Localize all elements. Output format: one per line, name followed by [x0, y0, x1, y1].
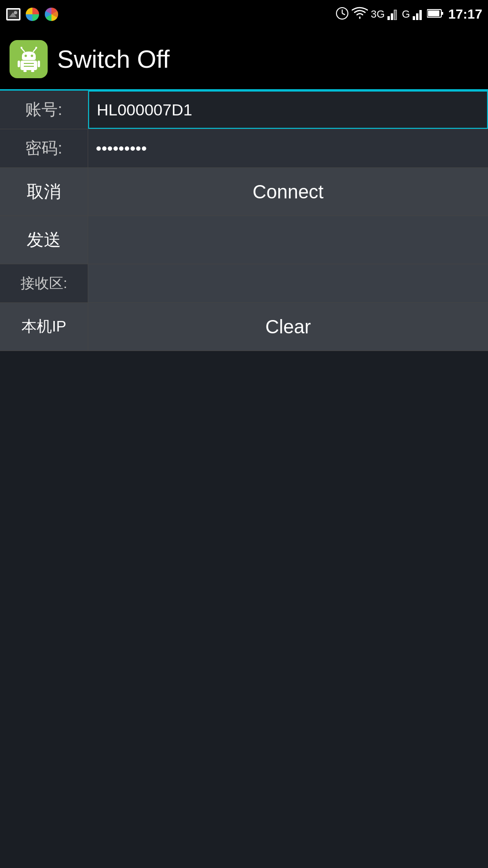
- app-header: Switch Off: [0, 29, 488, 91]
- picture-icon: [6, 7, 21, 22]
- svg-rect-3: [387, 16, 390, 20]
- app-title: Switch Off: [57, 45, 170, 73]
- send-button[interactable]: 发送: [0, 216, 88, 264]
- wifi-icon: [352, 7, 368, 22]
- flower-icon: [44, 7, 59, 22]
- clock-icon: [336, 7, 349, 22]
- status-bar-left-icons: [6, 7, 59, 22]
- g-label: G: [402, 8, 410, 21]
- password-row: 密码:: [0, 129, 488, 168]
- svg-point-18: [30, 55, 33, 57]
- cancel-button[interactable]: 取消: [0, 168, 88, 216]
- battery-icon: [427, 8, 443, 21]
- svg-rect-12: [428, 10, 439, 16]
- svg-rect-9: [419, 10, 422, 20]
- receive-label: 接收区:: [0, 264, 88, 302]
- password-label: 密码:: [0, 129, 88, 167]
- account-row: 账号:: [0, 91, 488, 129]
- svg-line-13: [21, 48, 24, 52]
- time-display: 17:17: [448, 7, 482, 22]
- 3g-label: 3G: [371, 8, 385, 21]
- svg-rect-19: [20, 61, 37, 70]
- send-row: 发送: [0, 216, 488, 264]
- svg-line-2: [342, 13, 345, 15]
- svg-point-16: [35, 47, 37, 49]
- status-bar-right-icons: 3G G 17:17: [336, 7, 482, 22]
- app-icon: [10, 40, 48, 78]
- password-input[interactable]: [88, 129, 488, 167]
- svg-rect-20: [18, 61, 20, 67]
- svg-rect-5: [394, 10, 396, 20]
- svg-rect-21: [38, 61, 40, 67]
- clear-button[interactable]: Clear: [88, 303, 488, 351]
- connect-button[interactable]: Connect: [88, 168, 488, 216]
- svg-rect-8: [416, 13, 418, 20]
- receive-input[interactable]: [88, 264, 488, 302]
- account-input[interactable]: [88, 91, 488, 129]
- receive-row: 接收区:: [0, 264, 488, 303]
- account-label: 账号:: [0, 91, 88, 129]
- svg-rect-23: [31, 70, 34, 72]
- svg-point-17: [24, 55, 27, 57]
- main-content: 账号: 密码: 取消 Connect 发送 接收区: 本机IP Clear: [0, 91, 488, 351]
- svg-rect-7: [413, 16, 415, 20]
- pinwheel-icon: [25, 7, 40, 22]
- local-ip-button[interactable]: 本机IP: [0, 303, 88, 351]
- ip-clear-row: 本机IP Clear: [0, 303, 488, 351]
- cancel-connect-row: 取消 Connect: [0, 168, 488, 216]
- send-input[interactable]: [88, 216, 488, 264]
- signal-bars-3g: [387, 7, 399, 22]
- svg-point-14: [20, 47, 22, 49]
- svg-rect-11: [441, 12, 443, 15]
- svg-rect-22: [23, 70, 27, 72]
- signal-bars-g: [413, 7, 424, 22]
- svg-line-15: [33, 48, 36, 52]
- android-icon: [16, 46, 42, 72]
- status-bar: 3G G 17:17: [0, 0, 488, 29]
- svg-rect-4: [391, 13, 393, 20]
